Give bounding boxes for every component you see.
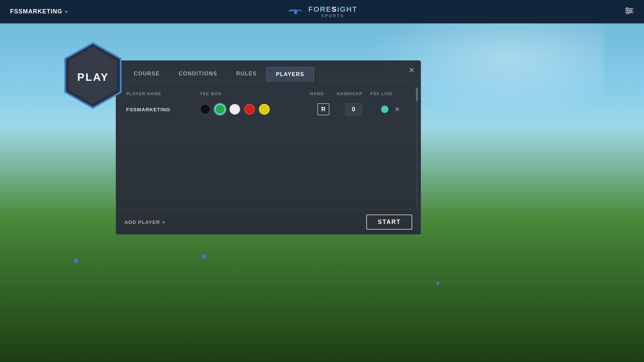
navbar: FSSMARKETING ▾ FORESiGHT SPORTS (0, 0, 644, 23)
golf-ball-dot (201, 254, 206, 259)
hand-cell: R (310, 103, 337, 115)
tee-dot-red[interactable] (244, 104, 255, 115)
scroll-thumb[interactable] (416, 87, 418, 101)
fsx-remove-icon[interactable]: ✕ (394, 105, 400, 113)
svg-point-4 (626, 8, 628, 10)
start-button[interactable]: START (366, 215, 412, 230)
navbar-username: FSSMARKETING (10, 8, 62, 15)
play-label: PLAY (77, 71, 109, 83)
handicap-cell: 0 (337, 103, 370, 115)
handicap-value[interactable]: 0 (345, 103, 362, 115)
header-tee-box: TEE BOX (200, 91, 310, 96)
tee-box-dots (200, 104, 310, 115)
navbar-chevron-icon[interactable]: ▾ (65, 9, 67, 14)
dialog-bottom: ADD PLAYER + START (116, 209, 421, 234)
tee-dot-black[interactable] (200, 104, 211, 115)
tee-dot-green[interactable] (215, 104, 225, 115)
settings-icon[interactable] (625, 7, 634, 17)
tee-dot-yellow[interactable] (259, 104, 270, 115)
navbar-logo: FORESiGHT SPORTS (286, 5, 357, 18)
golf-ball-dot (74, 258, 78, 263)
add-player-label: ADD PLAYER (124, 219, 160, 225)
tab-rules[interactable]: RULES (227, 67, 266, 81)
add-player-button[interactable]: ADD PLAYER + (124, 219, 165, 225)
header-handicap: HANDICAP (337, 91, 370, 96)
table-row: FSSMARKETING R 0 ✕ (124, 101, 412, 118)
golf-ball-dot (436, 282, 439, 285)
table-headers: PLAYER NAME TEE BOX HAND HANDICAP FSX LI… (124, 88, 412, 99)
svg-point-0 (294, 9, 297, 14)
fsx-live-cell: ✕ (370, 105, 411, 113)
header-hand: HAND (310, 91, 337, 96)
header-player-name: PLAYER NAME (126, 91, 200, 96)
navbar-left: FSSMARKETING ▾ (10, 8, 67, 15)
tabs-bar: COURSE CONDITIONS RULES PLAYERS (116, 61, 421, 82)
add-player-plus-icon: + (162, 219, 165, 225)
fsx-live-indicator[interactable] (381, 106, 388, 113)
player-name: FSSMARKETING (126, 107, 200, 112)
tee-dot-white[interactable] (229, 104, 240, 115)
tab-conditions[interactable]: CONDITIONS (169, 67, 226, 81)
hand-badge[interactable]: R (317, 103, 329, 115)
hex-play-button[interactable]: PLAY (62, 40, 124, 111)
svg-point-6 (627, 12, 629, 14)
play-container: PLAY ✕ COURSE CONDITIONS RULES PLAYERS P… (65, 60, 421, 235)
header-fsx-live: FSX LIVE (370, 91, 411, 96)
scrollbar[interactable] (416, 87, 418, 207)
logo-text-block: FORESiGHT SPORTS (308, 5, 357, 17)
dialog-close-button[interactable]: ✕ (409, 67, 415, 74)
tab-players[interactable]: PLAYERS (266, 67, 314, 81)
tab-course[interactable]: COURSE (124, 67, 169, 81)
dialog-panel: ✕ COURSE CONDITIONS RULES PLAYERS PLAYER… (116, 60, 421, 235)
table-area: PLAYER NAME TEE BOX HAND HANDICAP FSX LI… (116, 82, 421, 125)
logo-icon (286, 5, 305, 18)
svg-point-5 (630, 10, 632, 12)
